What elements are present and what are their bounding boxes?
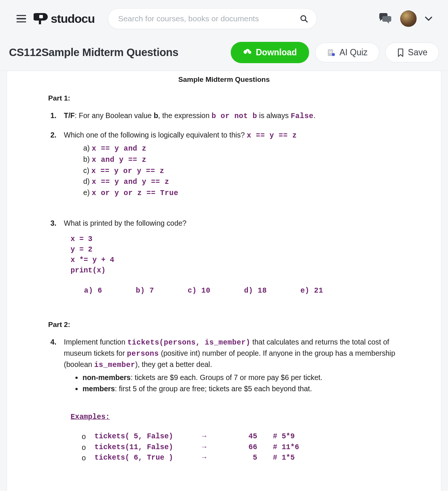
chevron-down-icon[interactable]	[425, 16, 432, 21]
search-bar[interactable]	[108, 8, 317, 29]
question-1: 1. T/F: For any Boolean value b, the exp…	[64, 111, 400, 122]
q3-answers: a) 6 b) 7 c) 10 d) 18 e) 21	[84, 286, 400, 296]
search-icon[interactable]	[299, 14, 308, 23]
header-actions	[378, 10, 432, 27]
titlebar: CS112Sample Midterm Questions Download A…	[0, 37, 448, 71]
svg-rect-0	[39, 15, 43, 18]
topbar: studocu	[0, 0, 448, 37]
cloud-download-icon	[243, 49, 252, 57]
question-4: 4. Implement function tickets(persons, i…	[64, 337, 400, 463]
example-row: o tickets(11, False) → 66 # 11*6	[82, 442, 400, 453]
hamburger-menu[interactable]	[16, 13, 27, 25]
svg-rect-5	[329, 52, 332, 53]
part1-label: Part 1:	[48, 94, 400, 102]
question-list-part1: 1. T/F: For any Boolean value b, the exp…	[48, 111, 400, 296]
sparkle-doc-icon	[327, 49, 336, 57]
question-3: 3. What is printed by the following code…	[64, 218, 400, 296]
download-button[interactable]: Download	[231, 42, 309, 63]
svg-point-1	[301, 16, 306, 21]
question-2: 2. Which one of the following is logical…	[64, 130, 400, 199]
q3-code: x = 3 y = 2 x *= y + 4 print(x)	[71, 234, 400, 276]
page-title: CS112Sample Midterm Questions	[9, 46, 178, 59]
download-label: Download	[256, 47, 297, 58]
doc-title: Sample Midterm Questions	[48, 75, 400, 84]
example-row: o tickets( 6, True ) → 5 # 1*5	[82, 453, 400, 463]
save-label: Save	[408, 47, 427, 58]
save-button[interactable]: Save	[385, 43, 439, 62]
svg-point-6	[332, 53, 335, 56]
part2-label: Part 2:	[48, 321, 400, 329]
search-input[interactable]	[118, 14, 299, 23]
messages-icon[interactable]	[378, 12, 392, 26]
svg-line-2	[305, 20, 307, 22]
q4-examples: Examples: o tickets( 5, False) → 45 # 5*…	[71, 411, 400, 463]
svg-rect-4	[329, 51, 332, 52]
ai-quiz-label: AI Quiz	[339, 47, 367, 58]
q4-bullets: non-members: tickets are $9 each. Groups…	[83, 373, 400, 394]
document-page: Sample Midterm Questions Part 1: 1. T/F:…	[7, 71, 441, 491]
logo-text: studocu	[51, 12, 94, 26]
ai-quiz-button[interactable]: AI Quiz	[315, 43, 379, 62]
avatar[interactable]	[400, 10, 417, 27]
bookmark-icon	[397, 48, 404, 57]
logo-icon	[34, 12, 49, 26]
example-row: o tickets( 5, False) → 45 # 5*9	[82, 431, 400, 442]
examples-label: Examples:	[71, 413, 110, 421]
question-list-part2: 4. Implement function tickets(persons, i…	[48, 337, 400, 463]
q2-options: a) x == y and z b) x and y == z c) x == …	[83, 143, 400, 198]
logo[interactable]: studocu	[34, 12, 94, 26]
